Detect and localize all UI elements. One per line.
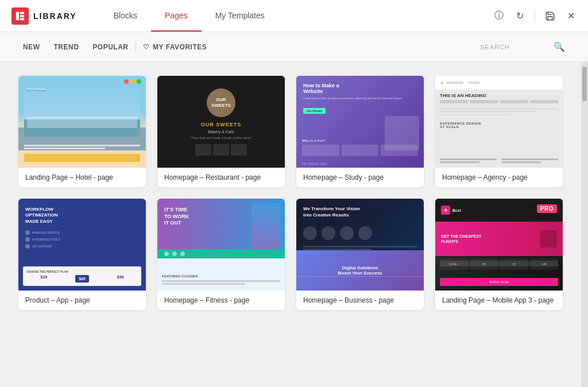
svg-rect-2 <box>20 15 24 17</box>
card-label-restaurant: Homepage – Restaurant - page <box>157 168 285 187</box>
logo-area: LIBRARY <box>11 7 77 25</box>
elementor-logo <box>11 7 29 25</box>
tab-blocks[interactable]: Blocks <box>100 0 151 32</box>
filter-trend[interactable]: TREND <box>54 43 79 51</box>
card-label-agency: Homepage – Agency - page <box>435 168 563 187</box>
main-content: Your Dream Landing Page – Hotel - page O… <box>0 62 588 387</box>
scrollbar-thumb[interactable] <box>582 67 587 101</box>
card-label-hotel: Landing Page – Hotel - page <box>18 168 146 187</box>
pro-badge: PRO <box>537 204 557 213</box>
svg-rect-1 <box>20 11 24 14</box>
heart-icon: ♡ <box>143 43 150 51</box>
template-card-agency[interactable]: ★ THIS IS AN HEADING <box>435 76 563 187</box>
card-label-study: Homepage – Study - page <box>296 168 424 187</box>
filter-tabs: NEW TREND POPULAR <box>23 43 129 51</box>
template-card-study[interactable]: How to Make aWebsite Lorem ipsum dolor s… <box>296 76 424 187</box>
card-label-fitness: Homepage – Fitness - page <box>157 291 285 310</box>
filter-divider <box>136 41 136 53</box>
info-icon[interactable]: ⓘ <box>493 10 505 22</box>
filter-new[interactable]: NEW <box>23 43 40 51</box>
header-actions: ⓘ ↻ ✕ <box>493 10 577 22</box>
filter-popular[interactable]: POPULAR <box>92 43 128 51</box>
svg-rect-0 <box>16 11 19 20</box>
tab-my-templates[interactable]: My Templates <box>202 0 278 32</box>
template-grid-area: Your Dream Landing Page – Hotel - page O… <box>0 62 581 387</box>
filter-bar: NEW TREND POPULAR ♡ MY FAVORITES 🔍 <box>0 32 588 62</box>
template-card-mobile[interactable]: ✈ Bcci PRO GET THE CHEAPESTFLIGHTS 506 <box>435 199 563 310</box>
close-icon[interactable]: ✕ <box>565 10 577 22</box>
template-card-business[interactable]: We Transform Your VisionInto Creative Re… <box>296 199 424 310</box>
mobile-book-btn: BOOK NOW <box>440 278 558 286</box>
scrollbar-track[interactable] <box>581 62 588 387</box>
svg-rect-3 <box>20 18 24 20</box>
save-icon[interactable] <box>544 10 556 22</box>
template-grid: Your Dream Landing Page – Hotel - page O… <box>18 76 563 310</box>
search-icon[interactable]: 🔍 <box>554 41 565 52</box>
refresh-icon[interactable]: ↻ <box>514 10 525 22</box>
header-divider <box>535 10 535 22</box>
nav-tabs: Blocks Pages My Templates <box>100 0 493 32</box>
tab-pages[interactable]: Pages <box>151 0 202 32</box>
template-card-restaurant[interactable]: OURSWEETS OUR SWEETS Bakery & Café "They… <box>157 76 285 187</box>
template-card-hotel[interactable]: Your Dream Landing Page – Hotel - page <box>18 76 146 187</box>
card-label-mobile: Landing Page – Mobile App 3 - page <box>435 291 563 310</box>
favorites-button[interactable]: ♡ MY FAVORITES <box>143 43 207 51</box>
app-title: LIBRARY <box>33 11 77 21</box>
header: LIBRARY Blocks Pages My Templates ⓘ ↻ ✕ <box>0 0 588 32</box>
template-card-fitness[interactable]: IT'S TIMETO WORKIT OUT FEATURED CLASSES <box>157 199 285 310</box>
search-input[interactable] <box>480 42 549 51</box>
card-label-app: Product – App - page <box>18 291 146 310</box>
search-area: 🔍 <box>480 41 565 52</box>
card-label-business: Homepage – Business - page <box>296 291 424 310</box>
template-card-app[interactable]: WORKFLOWOPTIMIZATIONMADE EASY MANAGED SE… <box>18 199 146 310</box>
